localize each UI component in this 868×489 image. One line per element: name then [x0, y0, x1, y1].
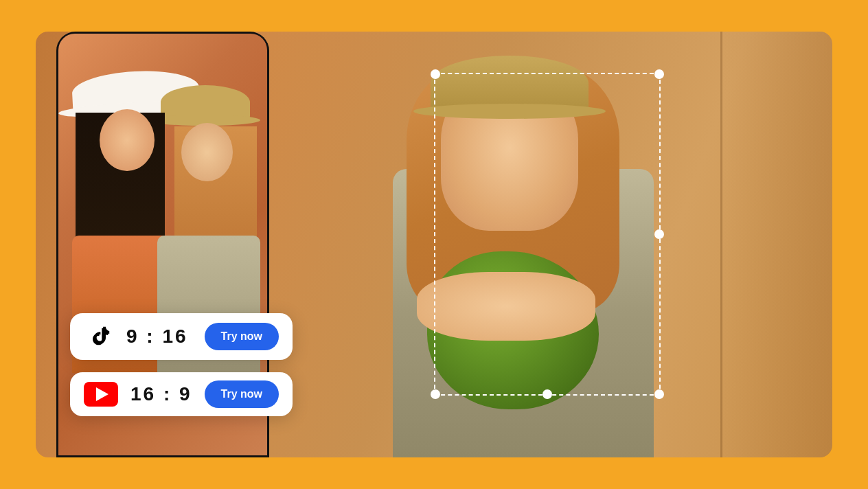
- handle-bottom-right: [654, 389, 664, 399]
- tiktok-try-now-button[interactable]: Try now: [205, 323, 279, 350]
- selection-rectangle: [434, 73, 661, 396]
- tiktok-ratio-text: 9 : 16: [126, 326, 192, 348]
- face-woman2: [181, 123, 233, 181]
- main-content-area: 9 : 16 Try now 16 : 9 Try now: [36, 32, 832, 457]
- handle-top-right: [654, 69, 664, 79]
- tiktok-icon-wrapper: [84, 321, 114, 352]
- handle-bottom-left: [431, 389, 440, 399]
- app-container: 9 : 16 Try now 16 : 9 Try now: [0, 0, 868, 489]
- youtube-card: 16 : 9 Try now: [70, 372, 293, 416]
- handle-middle-bottom: [542, 389, 552, 399]
- handle-middle-right: [654, 229, 664, 239]
- tiktok-card: 9 : 16 Try now: [70, 313, 293, 360]
- face-woman1: [100, 109, 155, 171]
- youtube-icon-wrapper: [84, 382, 118, 407]
- youtube-ratio-text: 16 : 9: [130, 383, 192, 405]
- youtube-play-triangle: [96, 387, 108, 401]
- ratio-cards-container: 9 : 16 Try now 16 : 9 Try now: [70, 313, 293, 416]
- youtube-try-now-button[interactable]: Try now: [205, 380, 279, 408]
- tiktok-icon: [86, 323, 112, 350]
- handle-top-left: [431, 69, 440, 79]
